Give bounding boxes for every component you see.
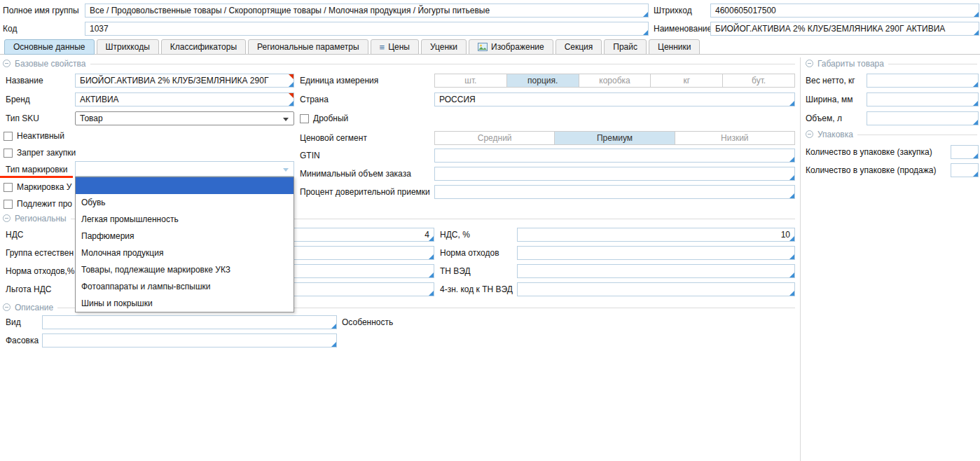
volume-field[interactable] — [867, 111, 979, 125]
unit-label: Единица измерения — [300, 74, 378, 88]
waste-percent-label: Норма отходов,% — [6, 264, 75, 278]
checkbox-box[interactable] — [4, 149, 13, 158]
country-field[interactable]: РОССИЯ — [434, 92, 795, 106]
unit-option-kg[interactable]: кг — [650, 74, 723, 88]
unit-option-box[interactable]: коробка — [579, 74, 651, 88]
unit-segmented-control: шт. порция. коробка кг бут. — [434, 74, 795, 88]
unit-option-bottle[interactable]: бут. — [722, 74, 795, 88]
barcode-label: Штрихкод — [654, 4, 692, 18]
price-segment-premium[interactable]: Премиум — [554, 131, 675, 145]
tab-main-data[interactable]: Основные данные — [4, 39, 95, 55]
group-line — [857, 135, 977, 135]
purchase-ban-checkbox[interactable]: Запрет закупки — [4, 147, 76, 158]
barcode-field[interactable]: 4600605017500 — [710, 4, 979, 18]
tab-label: Изображение — [491, 42, 544, 52]
product-title-field[interactable]: БИОЙОГ.АКТИВИА 2% КЛУБ/ЗЕМЛЯНИКА 290Г — [75, 74, 294, 88]
checkbox-label: Неактивный — [17, 131, 64, 141]
marking-type-dropdown: Обувь Легкая промышленность Парфюмерия М… — [75, 177, 294, 312]
code-field[interactable]: 1037 — [85, 22, 649, 36]
dropdown-item-shoes[interactable]: Обувь — [76, 194, 294, 211]
waste-rate-field[interactable] — [517, 246, 795, 260]
feature-label: Особенность — [342, 315, 393, 329]
brand-field[interactable]: АКТИВИА — [75, 92, 294, 106]
group-title: Описание — [15, 303, 53, 312]
full-group-name-field[interactable]: Все / Продовольственные товары / Скоропо… — [85, 4, 649, 18]
group-title: Габариты товара — [817, 59, 884, 69]
kind-field[interactable] — [42, 315, 337, 329]
tab-pricetags[interactable]: Ценники — [649, 39, 700, 55]
product-name-field[interactable]: БИОЙОГ.АКТИВИА 2% КЛУБ/ЗЕМЛЯНИКА 290Г АК… — [710, 22, 979, 36]
inactive-checkbox[interactable]: Неактивный — [4, 130, 64, 142]
dropdown-item-cameras-flashes[interactable]: Фотоаппараты и лампы-вспышки — [76, 278, 294, 295]
collapse-icon[interactable] — [3, 303, 11, 311]
list-icon: ≡ — [380, 43, 385, 52]
packing-field[interactable] — [42, 333, 337, 348]
gtin-field[interactable] — [434, 149, 795, 163]
price-segment-low[interactable]: Низкий — [675, 131, 795, 145]
net-weight-field[interactable] — [867, 74, 979, 88]
tab-regional-params[interactable]: Региональные параметры — [248, 39, 368, 55]
qty-purchase-field[interactable] — [951, 145, 979, 159]
group-dimensions: Габариты товара — [806, 59, 977, 68]
waste-rate-label: Норма отходов — [440, 246, 499, 260]
collapse-icon[interactable] — [806, 130, 813, 138]
red-annotation-underline — [0, 176, 73, 178]
min-order-field[interactable] — [434, 167, 795, 181]
group-title: Базовые свойства — [15, 59, 86, 69]
tab-pricelist[interactable]: Прайс — [604, 39, 647, 55]
chevron-down-icon — [283, 118, 289, 121]
tab-label: Классификаторы — [170, 42, 237, 52]
product-title-label: Название — [6, 74, 43, 88]
group-line — [888, 64, 977, 64]
tab-barcodes[interactable]: Штрихкоды — [97, 39, 159, 55]
tab-label: Региональные параметры — [257, 42, 359, 52]
unit-option-piece[interactable]: шт. — [434, 74, 507, 88]
dropdown-item-ukz-marking[interactable]: Товары, подлежащие маркировке УКЗ — [76, 261, 294, 278]
width-label: Ширина, мм — [806, 92, 853, 106]
dropdown-item-perfumery[interactable]: Парфюмерия — [76, 228, 294, 245]
checkbox-box[interactable] — [4, 183, 13, 192]
packing-label: Фасовка — [6, 333, 39, 348]
kind-label: Вид — [6, 315, 21, 329]
tab-image[interactable]: Изображение — [469, 39, 553, 55]
sku-type-select[interactable]: Товар — [75, 111, 294, 125]
price-segment-label: Ценовой сегмент — [300, 131, 367, 145]
tab-prices[interactable]: ≡ Цены — [371, 39, 419, 55]
tab-markdowns[interactable]: Уценки — [421, 39, 467, 55]
dropdown-item-light-industry[interactable]: Легкая промышленность — [76, 211, 294, 228]
tab-section[interactable]: Секция — [555, 39, 602, 55]
marking-type-label: Тип маркировки — [6, 163, 68, 177]
checkbox-box[interactable] — [4, 132, 13, 141]
group-title: Региональны — [15, 214, 67, 223]
tnved-field[interactable] — [517, 264, 795, 278]
tab-bar: Основные данные Штрихкоды Классификаторы… — [4, 39, 700, 55]
checkbox-box[interactable] — [4, 200, 13, 209]
brand-label: Бренд — [6, 92, 30, 106]
tab-label: Прайс — [613, 42, 637, 52]
marking-type-combo[interactable] — [75, 161, 294, 177]
dropdown-item-empty[interactable] — [76, 177, 294, 194]
price-segment-medium[interactable]: Средний — [434, 131, 555, 145]
qty-sale-label: Количество в упаковке (продажа) — [806, 163, 936, 177]
qty-sale-field[interactable] — [951, 163, 979, 177]
trust-acceptance-field[interactable] — [434, 185, 795, 199]
collapse-icon[interactable] — [806, 60, 813, 67]
group-basic-properties: Базовые свойства — [3, 59, 795, 68]
vat-relief-label: Льгота НДС — [6, 282, 51, 296]
unit-option-portion[interactable]: порция. — [506, 74, 579, 88]
collapse-icon[interactable] — [3, 60, 11, 67]
traceability-checkbox[interactable]: Подлежит про — [4, 198, 72, 209]
dropdown-item-dairy[interactable]: Молочная продукция — [76, 245, 294, 261]
fractional-checkbox[interactable]: Дробный — [300, 113, 348, 124]
checkbox-box[interactable] — [300, 114, 309, 123]
group-title: Упаковка — [817, 130, 853, 139]
width-field[interactable] — [867, 92, 979, 106]
tab-classifiers[interactable]: Классификаторы — [161, 39, 246, 55]
dropdown-item-tires[interactable]: Шины и покрышки — [76, 295, 294, 312]
tnved4-field[interactable] — [517, 282, 795, 296]
marking-checkbox[interactable]: Маркировка У — [4, 181, 71, 193]
collapse-icon[interactable] — [3, 214, 11, 222]
vat-percent-field[interactable]: 10 — [517, 228, 795, 242]
country-label: Страна — [300, 92, 329, 106]
sku-type-value: Товар — [80, 113, 103, 123]
